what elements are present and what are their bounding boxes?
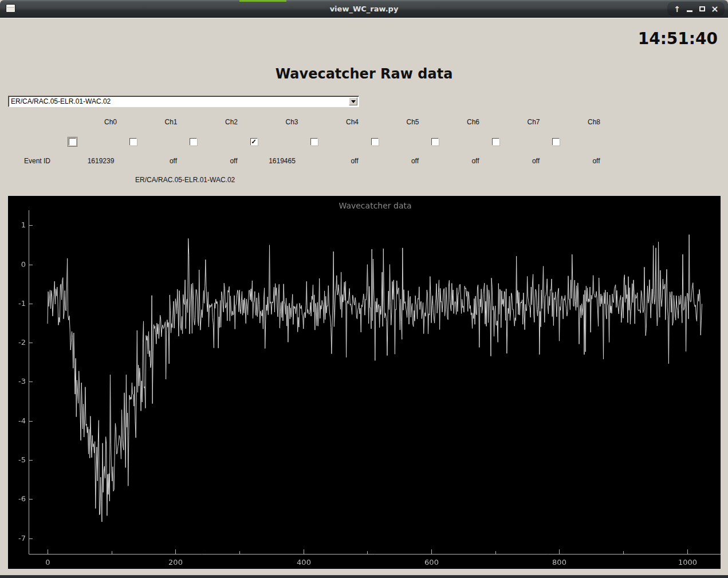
maximize-button[interactable] xyxy=(696,2,709,16)
channel-label-ch1: Ch1 xyxy=(164,118,177,126)
event-id-value-ch4: off xyxy=(351,157,358,165)
event-id-value-ch2: off xyxy=(230,157,237,165)
waveform-canvas xyxy=(8,196,721,569)
event-id-value-ch5: off xyxy=(411,157,419,165)
maximize-icon xyxy=(699,6,705,11)
channel-label-ch4: Ch4 xyxy=(346,118,359,126)
event-id-value-ch0: 1619239 xyxy=(88,157,115,165)
channel-label-ch2: Ch2 xyxy=(225,118,238,126)
channel-label-ch6: Ch6 xyxy=(467,118,479,126)
chevron-down-icon xyxy=(351,100,356,103)
background-window-edge xyxy=(239,0,286,2)
content-divider xyxy=(0,18,728,18)
clock: 14:51:40 xyxy=(638,29,718,48)
event-id-value-ch7: off xyxy=(532,157,540,165)
page-title: Wavecatcher Raw data xyxy=(0,66,728,82)
minimize-button[interactable] xyxy=(683,2,696,16)
app-window: view_WC_raw.py ↑ × 14:51:40 Wavecatcher … xyxy=(0,0,728,578)
channel-label-ch3: Ch3 xyxy=(285,118,298,126)
window-bottom-border xyxy=(0,575,728,578)
channel-checkbox-ch3[interactable]: ✓ xyxy=(250,138,258,146)
channel-checkbox-ch6[interactable] xyxy=(431,138,439,146)
source-device-label: ER/CA/RAC.05-ELR.01-WAC.02 xyxy=(135,176,235,184)
waveform-plot xyxy=(8,196,721,569)
device-combobox-value: ER/CA/RAC.05-ELR.01-WAC.02 xyxy=(11,96,111,107)
event-id-value-ch8: off xyxy=(592,157,600,165)
shade-button[interactable]: ↑ xyxy=(671,2,683,16)
combobox-dropdown-button[interactable] xyxy=(349,97,357,105)
channel-checkbox-ch7[interactable] xyxy=(492,138,499,146)
channel-checkbox-ch5[interactable] xyxy=(371,138,379,146)
event-id-value-ch6: off xyxy=(471,157,479,165)
channel-checkbox-ch4[interactable] xyxy=(310,138,318,146)
channel-label-ch7: Ch7 xyxy=(527,118,540,126)
close-icon: × xyxy=(711,5,718,14)
minimize-icon xyxy=(687,10,692,12)
channel-label-ch8: Ch8 xyxy=(588,118,600,126)
channel-label-ch0: Ch0 xyxy=(104,118,117,126)
channel-checkbox-ch8[interactable] xyxy=(552,138,560,146)
event-id-value-ch1: off xyxy=(170,157,177,165)
channel-checkbox-ch2[interactable] xyxy=(190,138,197,146)
close-button[interactable]: × xyxy=(709,2,721,16)
arrow-up-icon: ↑ xyxy=(674,5,680,14)
title-bar[interactable]: view_WC_raw.py ↑ × xyxy=(0,0,728,18)
window-controls: ↑ × xyxy=(667,2,725,16)
event-id-value-ch3: 1619465 xyxy=(269,157,296,165)
channel-checkbox-ch1[interactable] xyxy=(129,138,137,146)
channel-label-ch5: Ch5 xyxy=(406,118,419,126)
event-id-label: Event ID xyxy=(24,157,50,165)
window-title: view_WC_raw.py xyxy=(0,0,728,18)
device-combobox[interactable]: ER/CA/RAC.05-ELR.01-WAC.02 xyxy=(8,96,359,107)
channel-checkbox-ch0[interactable] xyxy=(69,138,76,146)
